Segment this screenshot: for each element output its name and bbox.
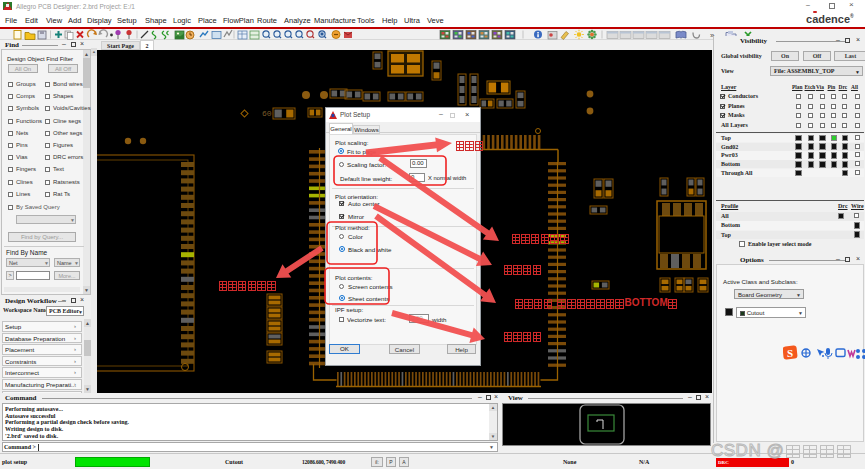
svg-text:S: S <box>787 347 793 359</box>
svg-text:60: 60 <box>262 109 272 118</box>
